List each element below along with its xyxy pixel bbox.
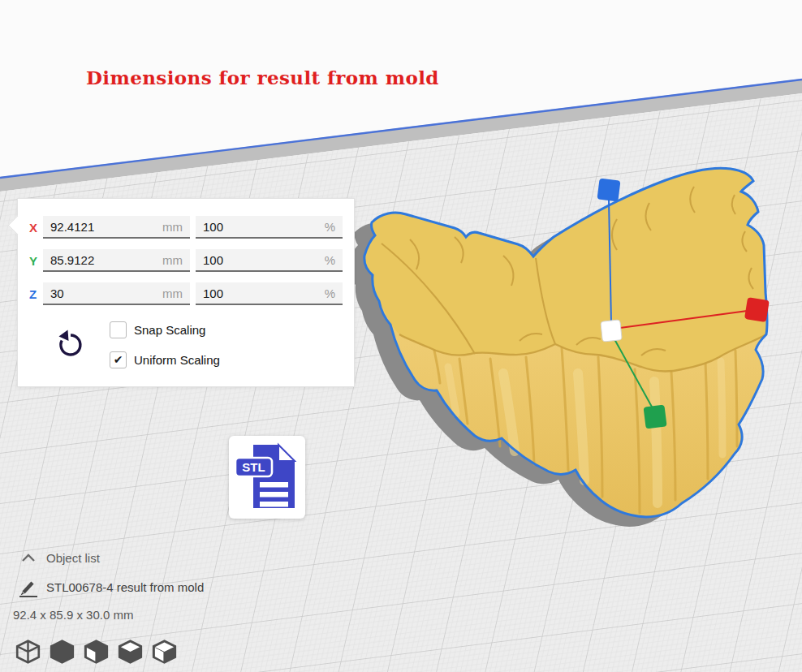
reset-scale-button[interactable] [57,329,84,360]
view-left-button[interactable] [118,639,143,665]
object-list-item-label: STL00678-4 result from mold [46,580,204,594]
view-3d-button[interactable] [15,639,41,665]
unit-label: % [325,253,335,267]
size-input-z[interactable]: 30 mm [43,282,190,305]
unit-label: mm [162,286,183,300]
axis-label-y: Y [29,254,42,268]
stl-file-icon: STL [229,436,305,519]
view-front-button[interactable] [50,639,75,665]
object-list-item[interactable]: STL00678-4 result from mold [11,578,271,597]
collapse-chevron-icon[interactable] [21,554,36,562]
axis-row-y: Y 85.9122 mm 100 % [18,249,354,274]
pencil-icon [18,579,39,599]
percent-input-z[interactable]: 100 % [196,282,343,305]
scale-handle-y[interactable] [644,405,667,429]
scale-tool-panel: X 92.4121 mm 100 % Y 85.9122 mm 100 % Z [17,198,355,387]
application-window: Dimensions for result from mold X 92.412… [0,0,802,672]
object-list-title: Object list [46,551,100,565]
axis-row-x: X 92.4121 mm 100 % [18,216,354,240]
view-top-button[interactable] [84,639,109,665]
scale-handle-center[interactable] [601,320,622,342]
view-right-button[interactable] [152,639,177,665]
axis-row-z: Z 30 mm 100 % [18,282,354,307]
unit-label: % [325,220,335,234]
cube-top-face-icon [118,639,143,665]
cube-right-face-icon [152,639,177,665]
object-list-header[interactable]: Object list [11,549,271,566]
size-input-y[interactable]: 85.9122 mm [43,249,190,272]
percent-input-x[interactable]: 100 % [196,216,343,239]
stl-badge-label: STL [242,460,265,474]
checkbox-unchecked[interactable] [110,321,127,338]
unit-label: mm [162,220,183,234]
unit-label: mm [162,253,183,267]
percent-input-y[interactable]: 100 % [196,249,343,272]
scale-handle-x[interactable] [744,297,770,322]
axis-label-z: Z [29,287,42,301]
reset-icon [57,329,84,360]
view-toolbar [15,639,177,666]
checkbox-checked[interactable]: ✔ [110,351,127,368]
snap-scaling-label: Snap Scaling [134,323,205,337]
uniform-scaling-label: Uniform Scaling [134,353,220,367]
size-input-x[interactable]: 92.4121 mm [43,216,190,239]
cube-solid-icon [50,639,75,665]
axis-label-x: X [29,221,42,235]
scale-handle-z[interactable] [597,179,621,202]
page-title: Dimensions for result from mold [86,67,573,88]
model-dimensions: 92.4 x 85.9 x 30.0 mm [13,608,133,622]
cube-left-face-icon [84,639,109,665]
stl-doc-icon: STL [229,436,305,519]
cube-wireframe-icon [15,639,41,665]
unit-label: % [325,286,335,300]
